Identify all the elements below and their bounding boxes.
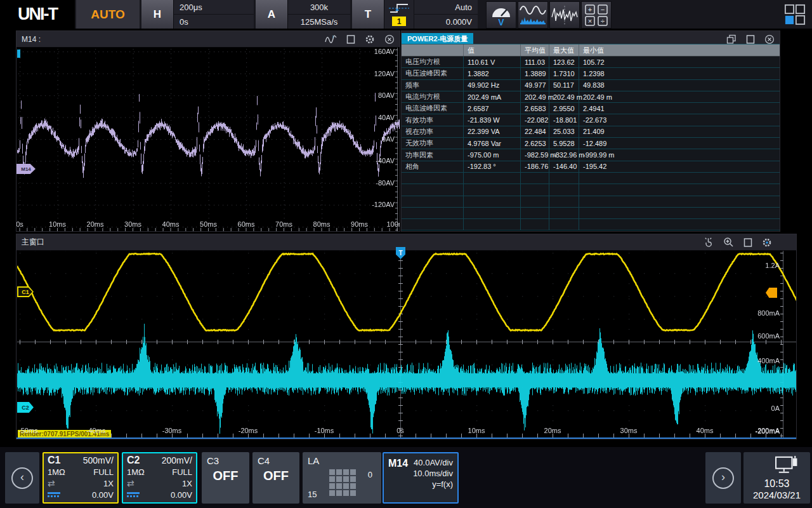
measurement-value: -832.96 m [549,149,579,160]
zoom-in-icon[interactable] [723,237,734,248]
dc-solid-bar [127,492,140,494]
measurement-value: 123.62 [549,57,579,67]
horizontal-values[interactable]: 200μs 0s [174,0,254,29]
layout-grid-button[interactable] [781,2,809,27]
math-setting-line: y=f(x) [413,479,453,490]
channel-card-c1[interactable]: C1500mV/1MΩFULL⇄1X0.00V [43,452,119,504]
svg-text:−: − [601,6,605,13]
table-row[interactable]: 相角-192.83 °-186.76-146.40-195.42 [402,161,780,173]
scroll-left-button[interactable]: ‹ [5,452,39,504]
system-status-card[interactable]: 10:53 2024/03/21 [743,452,810,504]
table-row[interactable]: 频率49.902 Hz49.97750.11749.838 [402,80,780,91]
close-icon[interactable] [384,34,395,44]
column-header: 平均值 [521,44,549,56]
close-icon[interactable] [764,34,775,44]
measurement-label: 相角 [402,161,464,172]
channel-name: C2 [127,455,140,466]
copy-window-icon[interactable] [726,34,737,44]
table-row[interactable]: 有效功率-21.839 W-22.082-18.801-22.673 [402,114,780,126]
coupling-icon: ⇄ [48,480,55,486]
channel-name: C3 [207,455,219,466]
measurement-value: -186.76 [521,161,549,172]
m14-titlebar[interactable]: M14 : [16,31,400,48]
channel-card-c3[interactable]: C3OFF [202,452,249,504]
channel-state: OFF [202,469,249,483]
trigger-type-column[interactable]: 1 [384,0,414,29]
waveform-icon[interactable] [325,34,337,44]
card-row: ⇄1X [46,478,115,489]
measurement-value: -12.489 [579,138,780,149]
table-row[interactable]: 电压均方根110.61 V111.03123.62105.72 [402,57,780,68]
svg-text:×: × [588,17,592,25]
table-row[interactable]: 电流波峰因素2.65872.65832.95502.4941 [402,103,780,114]
gear-icon[interactable] [365,34,375,44]
la-bit [350,476,356,482]
fft-button[interactable] [518,1,548,29]
memory-depth-value: 300k [288,0,350,15]
chevron-right-icon: › [712,467,734,489]
table-row[interactable]: 电流均方根202.49 mA202.49 m202.49 m202.49 m [402,91,780,103]
empty-cell [402,196,464,207]
math-button[interactable]: +−×÷ [581,1,612,29]
measurement-value: 2.6253 [521,138,549,149]
la-bit [343,483,349,489]
auto-status: AUTO [76,0,140,29]
table-row[interactable]: 电压波峰因素1.38821.38891.73101.2398 [402,68,780,79]
dc-coupling-icon [127,492,140,497]
column-header: 值 [464,44,521,56]
trigger-edge-icon [388,3,410,14]
measurement-value: 2.4941 [579,103,780,114]
logic-analyzer-card[interactable]: LA015 [303,452,381,504]
table-header-row: 值平均值最大值最小值 [402,44,780,57]
dc-dashed-bar [48,495,60,497]
trigger-key[interactable]: T [352,0,384,29]
m14-x-axis-label: 60ms [238,220,255,228]
channel-impedance: 1MΩ [127,467,145,477]
horizontal-key[interactable]: H [141,0,174,29]
measurement-value: 25.033 [549,126,579,137]
math-setting-line: 10.0ms/div [413,468,453,479]
acquire-values[interactable]: 300k 125MSa/s [288,0,350,29]
measurement-value: -192.83 ° [464,161,521,172]
maximize-icon[interactable] [743,237,752,248]
m14-plot[interactable] [17,48,400,232]
gear-icon[interactable] [762,237,772,248]
chevron-left-icon: ‹ [11,467,33,489]
active-window-underline [16,438,796,439]
measurement-value: 1.3882 [464,68,521,79]
touch-icon[interactable] [703,237,714,248]
main-plot[interactable] [17,251,797,439]
empty-cell [402,219,464,230]
waveform-analysis-button[interactable] [549,1,580,29]
empty-cell [549,196,579,207]
measurement-label: 有效功率 [402,114,464,125]
math-card-m14[interactable]: M1440.0AV/div10.0ms/divy=f(x) [383,452,459,504]
empty-cell [521,196,549,207]
m14-x-axis-label: 80ms [313,220,331,228]
table-row[interactable]: 无效功率4.9768 Var2.62535.9528-12.489 [402,138,780,149]
math-settings: 40.0AV/div10.0ms/divy=f(x) [413,457,453,490]
maximize-icon[interactable] [746,34,755,44]
m14-top-marker[interactable] [17,50,20,58]
la-high-index: 0 [368,470,372,479]
remote-display-usb-icon [774,455,799,476]
multimeter-button[interactable]: V [486,1,516,29]
table-row-empty [402,184,780,196]
maximize-icon[interactable] [346,34,355,44]
main-time-axis-label: -50ms [18,427,38,434]
scroll-right-button[interactable]: › [705,452,741,504]
measurement-value: -21.839 W [464,114,521,125]
la-bit [350,469,356,475]
main-current-axis-label: 1.2A [765,262,780,269]
main-titlebar[interactable]: 主窗口 [16,234,796,251]
acquire-key[interactable]: A [256,0,288,29]
table-row[interactable]: 功率因素-975.00 m-982.59 m-832.96 m-999.99 m [402,149,780,161]
channel-card-c4[interactable]: C4OFF [252,452,299,504]
trigger-values[interactable]: Auto 0.000V [414,0,478,29]
m14-y-axis-label: -120AV [372,201,395,208]
table-row[interactable]: 视在功率22.399 VA22.48425.03321.409 [402,126,780,138]
measurement-value: -22.082 [521,114,549,125]
channel-card-c2[interactable]: C2200mV/1MΩFULL⇄1X0.00V [122,452,197,504]
card-row: C2200mV/ [126,455,193,466]
la-bit [336,490,342,496]
